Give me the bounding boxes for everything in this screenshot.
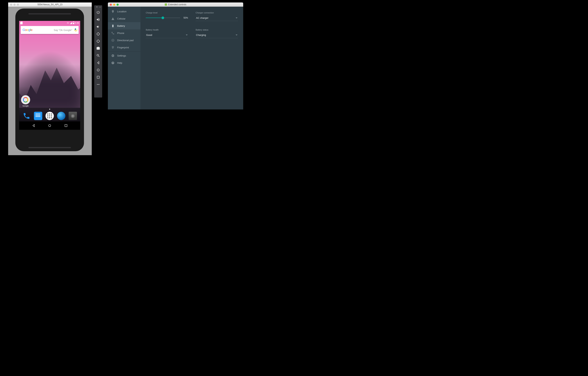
zoom-button[interactable]	[94, 52, 102, 59]
search-placeholder: Say "Ok Google"	[32, 29, 74, 32]
nav-back-button[interactable]	[32, 124, 35, 128]
svg-point-10	[112, 40, 113, 41]
dropdown-value: Good	[146, 33, 152, 36]
page-indicator	[49, 109, 50, 110]
home-folders-row: Google	[19, 95, 80, 107]
settings-icon	[111, 54, 115, 57]
location-icon	[111, 10, 115, 13]
sidebar-item-label: Settings	[117, 54, 126, 57]
svg-rect-2	[97, 32, 100, 35]
folder-label: Google	[21, 105, 31, 107]
sidebar-item-label: Fingerprint	[117, 46, 129, 49]
back-button[interactable]	[94, 59, 102, 66]
nav-home-button[interactable]	[48, 124, 52, 128]
battery-status-control: Battery status Charging	[196, 29, 238, 38]
sidebar-item-help[interactable]: Help	[108, 59, 140, 66]
overview-button[interactable]	[94, 74, 102, 81]
extended-sidebar: Location Cellular Battery Phone Directio…	[108, 7, 140, 109]
camera-app-icon[interactable]	[69, 112, 77, 120]
help-icon	[111, 61, 115, 64]
phone-icon	[111, 32, 115, 35]
chevron-down-icon	[236, 34, 238, 35]
slider-thumb[interactable]	[161, 17, 164, 19]
window-traffic-lights[interactable]	[10, 4, 19, 6]
traffic-light-max[interactable]	[116, 4, 119, 6]
charge-level-control: Charge level 50%	[146, 11, 188, 21]
sidebar-item-label: Location	[117, 10, 126, 13]
traffic-light-min[interactable]	[13, 4, 16, 6]
charge-level-slider[interactable]	[146, 18, 180, 18]
messages-app-icon[interactable]	[34, 112, 42, 120]
extended-content: Charge level 50% Charger connection AC c…	[140, 7, 243, 109]
dropdown-value: AC charger	[196, 17, 209, 19]
toolbar-minimize-icon[interactable]: —	[99, 6, 101, 9]
chevron-down-icon	[236, 17, 238, 18]
google-search-bar[interactable]: Google Say "Ok Google"	[21, 26, 79, 34]
nav-overview-button[interactable]	[64, 124, 68, 128]
clock: 5:35	[75, 22, 79, 24]
sidebar-item-phone[interactable]: Phone	[108, 29, 140, 37]
emulator-toolbar: ✕ —	[94, 5, 102, 97]
network-label: 3G	[67, 22, 69, 24]
power-button[interactable]	[94, 9, 102, 16]
mic-icon[interactable]	[74, 28, 77, 32]
device-bottom-speaker	[28, 147, 71, 148]
rotate-right-button[interactable]	[94, 38, 102, 45]
battery-health-dropdown[interactable]: Good	[146, 33, 188, 38]
home-button[interactable]	[94, 66, 102, 74]
svg-rect-3	[97, 40, 100, 43]
signal-icon	[70, 22, 72, 24]
charger-connection-label: Charger connection	[196, 11, 238, 14]
traffic-light-max[interactable]	[17, 4, 19, 6]
sidebar-item-cellular[interactable]: Cellular	[108, 15, 140, 22]
traffic-light-min[interactable]	[113, 4, 115, 6]
battery-icon	[111, 24, 115, 28]
phone-app-icon[interactable]	[22, 112, 31, 120]
extended-titlebar[interactable]: Extended controls	[108, 2, 243, 7]
sidebar-item-dpad[interactable]: Directional pad	[108, 37, 140, 44]
dropdown-value: Charging	[196, 33, 206, 36]
charge-level-value: 50%	[183, 17, 188, 19]
svg-point-8	[99, 84, 99, 85]
slider-fill	[146, 18, 163, 18]
sidebar-item-label: Help	[117, 62, 122, 64]
app-icon	[165, 3, 167, 6]
google-logo: Google	[22, 28, 32, 32]
volume-up-button[interactable]	[94, 16, 102, 23]
sidebar-item-settings[interactable]: Settings	[108, 52, 140, 59]
battery-status-dropdown[interactable]: Charging	[196, 33, 238, 38]
traffic-light-close[interactable]	[10, 4, 12, 6]
browser-app-icon[interactable]	[57, 112, 65, 120]
screenshot-button[interactable]	[94, 45, 102, 52]
device-frame: 3G 5:35 Google Say "Ok Google" Google	[15, 9, 84, 151]
apps-drawer-icon[interactable]	[45, 112, 54, 120]
rotate-left-button[interactable]	[94, 30, 102, 38]
emulator-title: 5554:Nexus_5X_API_23	[8, 3, 92, 6]
battery-health-control: Battery health Good	[146, 29, 188, 38]
svg-point-4	[97, 69, 99, 71]
sidebar-item-label: Phone	[117, 32, 124, 34]
dpad-icon	[111, 39, 115, 42]
traffic-light-close[interactable]	[110, 4, 112, 6]
extended-title: Extended controls	[108, 3, 243, 6]
charge-level-label: Charge level	[146, 11, 188, 14]
emulator-window: 5554:Nexus_5X_API_23 3G 5:35 Google Say …	[8, 2, 92, 155]
emulator-titlebar[interactable]: 5554:Nexus_5X_API_23	[8, 2, 92, 7]
cellular-icon	[111, 17, 115, 20]
battery-icon	[73, 22, 74, 24]
more-button[interactable]	[94, 81, 102, 88]
google-g-icon	[23, 97, 28, 102]
sidebar-item-battery[interactable]: Battery	[108, 22, 140, 29]
toolbar-close-icon[interactable]: ✕	[96, 6, 98, 9]
charger-connection-dropdown[interactable]: AC charger	[196, 17, 238, 21]
svg-rect-1	[65, 124, 67, 127]
device-screen[interactable]: 3G 5:35 Google Say "Ok Google" Google	[19, 21, 80, 130]
sidebar-item-location[interactable]: Location	[108, 8, 140, 15]
battery-health-label: Battery health	[146, 29, 188, 31]
volume-down-button[interactable]	[94, 23, 102, 30]
sidebar-item-label: Cellular	[117, 17, 126, 20]
android-navbar	[19, 121, 80, 130]
sidebar-item-fingerprint[interactable]: Fingerprint	[108, 44, 140, 51]
android-status-bar[interactable]: 3G 5:35	[19, 21, 80, 25]
google-folder[interactable]: Google	[21, 95, 31, 107]
